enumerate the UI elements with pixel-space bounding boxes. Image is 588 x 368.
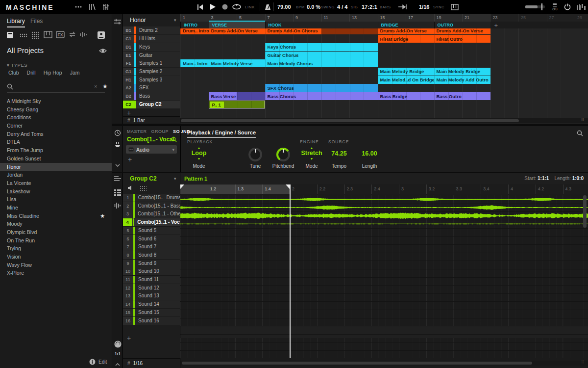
group-pad-badge[interactable]: A2	[123, 84, 134, 92]
play-icon[interactable]	[208, 2, 218, 11]
type-chip[interactable]: Drill	[27, 70, 36, 76]
user-content-icon[interactable]	[97, 31, 105, 39]
project-list-item[interactable]: Cheesy Gang	[0, 105, 112, 114]
pattern-end-marker[interactable]	[286, 184, 290, 189]
project-list-item[interactable]: Olympic Blvd	[0, 228, 112, 237]
clip-main-melody-bridge[interactable]: Main Melody Bridge	[378, 68, 434, 76]
project-list-item[interactable]: Miss Claudine★	[0, 212, 112, 220]
sound-row-15[interactable]: 15Sound 15	[123, 309, 180, 317]
sound-pad-number[interactable]: 15	[123, 309, 133, 316]
sound-row-11[interactable]: 11Sound 11	[123, 276, 180, 284]
clip-bass-verse[interactable]: Bass Verse	[209, 92, 265, 100]
sound-pad-number[interactable]: 11	[123, 276, 133, 284]
section-intro[interactable]: INTRO	[180, 22, 209, 28]
clip-main-intro[interactable]: Main.. Intro	[180, 59, 209, 67]
clip-keys-chorus[interactable]: Keys Chorus	[265, 43, 378, 51]
sound-row-14[interactable]: 14Sound 14	[123, 300, 180, 309]
project-list-item[interactable]: Moody	[0, 220, 112, 228]
bpm-value[interactable]: 79.00	[277, 4, 291, 10]
clip-main-melody-verse[interactable]: Main Melody Verse	[209, 59, 265, 67]
beat-tick[interactable]: 4	[508, 184, 536, 194]
bars-value[interactable]: 17:2:1	[362, 4, 377, 10]
group-pad-badge[interactable]: H1	[123, 76, 134, 84]
down-arrow-icon[interactable]: ▼	[292, 157, 331, 160]
sound-pad-number[interactable]: 13	[123, 292, 133, 300]
project-list-item[interactable]: La Vicente	[0, 179, 112, 187]
group-row-G1[interactable]: G1Samples 2	[123, 68, 180, 76]
project-list-item[interactable]: Mine	[0, 204, 112, 212]
arranger-hscrollbar[interactable]	[180, 118, 588, 123]
volume-marker[interactable]	[541, 3, 542, 10]
clear-search-icon[interactable]: ×	[94, 83, 97, 89]
add-group-button[interactable]: +	[127, 109, 131, 117]
record-icon[interactable]	[220, 2, 230, 11]
project-list-item[interactable]: DTLA	[0, 138, 112, 146]
bar-ruler-cell[interactable]: 9	[293, 14, 321, 22]
project-list-item[interactable]: Trying	[0, 244, 112, 253]
arranger-resize-grip-icon[interactable]: ⠿	[581, 119, 587, 124]
beat-tick[interactable]: 4.2	[536, 184, 563, 194]
bar-ruler-cell[interactable]: 15	[378, 14, 406, 22]
project-star-icon[interactable]: ★	[100, 212, 105, 220]
project-list-item[interactable]: Jordan	[0, 171, 112, 179]
group-pad-badge[interactable]: D1	[123, 43, 134, 51]
group-pad-badge[interactable]: B1	[123, 26, 134, 34]
beat-tick[interactable]: 1.3	[235, 184, 263, 194]
arranger-timeline[interactable]: Drum.. IntroDrums Add-On VerseDrums Add-…	[180, 14, 588, 124]
sound-pad-number[interactable]: 6	[123, 235, 133, 243]
arranger-playhead[interactable]	[404, 22, 405, 114]
skip-to-start-icon[interactable]	[195, 2, 205, 11]
clip-p-1[interactable]: P.. 1	[209, 101, 265, 108]
power-icon[interactable]	[563, 2, 572, 11]
tab-group[interactable]: GROUP	[151, 129, 169, 134]
clip-bass-outro[interactable]: Bass Outro	[434, 92, 490, 100]
arranger-settings-icon[interactable]	[114, 18, 122, 26]
collapse-control-chevron-icon[interactable]	[114, 161, 122, 169]
pitchbend-knob[interactable]	[276, 148, 290, 161]
projects-filter-icon[interactable]	[6, 31, 14, 39]
expand-pattern-chevron-icon[interactable]	[114, 361, 122, 368]
bar-ruler-cell[interactable]: 27	[547, 14, 575, 22]
automation-clock-icon[interactable]	[114, 129, 122, 137]
beat-tick[interactable]: 1.2	[208, 184, 235, 194]
sound-pad-number[interactable]: 7	[123, 243, 133, 251]
loop-mode-selector[interactable]: ▲ Loop ▼	[179, 146, 219, 160]
group-pad-badge[interactable]: E1	[123, 52, 134, 59]
fx-filter-icon[interactable]: FX	[56, 31, 65, 38]
tab-master[interactable]: MASTER	[127, 129, 147, 134]
clip-bass-chorus[interactable]: Bass Chorus	[265, 92, 378, 100]
swing-value[interactable]: 0.0 %	[307, 4, 320, 10]
tab-library[interactable]: Library	[7, 18, 25, 27]
events-list-icon[interactable]	[114, 188, 122, 196]
project-list-item[interactable]: Honor	[0, 163, 112, 171]
bar-ruler-cell[interactable]: 21	[462, 14, 490, 22]
link-button[interactable]: LINK	[245, 5, 255, 9]
types-expander[interactable]: ▾ TYPES	[7, 62, 27, 68]
length-value[interactable]: 16.00	[350, 150, 389, 157]
sound-pad-number[interactable]: 8	[123, 251, 133, 259]
pattern-vscrollbar[interactable]	[583, 195, 587, 228]
plugin-plug-icon[interactable]	[114, 141, 122, 149]
sound-name[interactable]: Combo[1..- Vocal	[127, 136, 174, 143]
section-bridge[interactable]: BRIDGE	[378, 22, 434, 28]
bar-ruler-cell[interactable]: 7	[265, 14, 294, 22]
pattern-name[interactable]: Pattern 1	[184, 176, 207, 182]
sound-pad-number[interactable]: 4	[123, 218, 132, 226]
section-hook[interactable]: HOOK	[265, 22, 378, 28]
bar-ruler-cell[interactable]: 17	[406, 14, 434, 22]
sound-pad-number[interactable]: 16	[123, 317, 133, 325]
down-arrow-icon[interactable]: ▼	[179, 157, 219, 160]
input-type-dropdown[interactable]: Audio ▾	[126, 145, 177, 154]
pattern-resize-grip-icon[interactable]: ⠿	[581, 361, 587, 366]
step-grid-icon[interactable]	[140, 185, 147, 191]
groups-filter-icon[interactable]	[31, 31, 39, 39]
sound-row-3[interactable]: 3Combo[15..1 - Other	[123, 210, 180, 218]
sound-row-8[interactable]: 8Sound 8	[123, 251, 180, 260]
eye-icon[interactable]	[99, 48, 107, 53]
group-name-header[interactable]: Group C2	[130, 175, 157, 182]
sound-row-12[interactable]: 12Sound 12	[123, 284, 180, 292]
main-menu-icon[interactable]	[74, 2, 83, 11]
browser-view-icon[interactable]	[87, 2, 97, 11]
bar-ruler-cell[interactable]: 13	[349, 14, 378, 22]
plugin-search-icon[interactable]	[577, 130, 583, 136]
